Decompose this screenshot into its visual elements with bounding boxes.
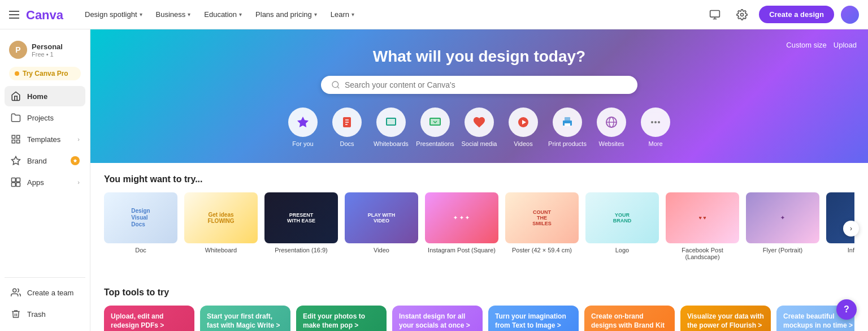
sidebar-item-create-team[interactable]: Create a team bbox=[5, 282, 85, 303]
help-button[interactable]: ? bbox=[836, 299, 857, 320]
tool-card-magic[interactable]: Start your first draft, fast with Magic … bbox=[200, 306, 290, 331]
tool-pdf-title: Upload, edit and redesign PDFs > bbox=[111, 312, 188, 330]
svg-point-31 bbox=[658, 121, 660, 123]
template-label-infographic: Infographic bbox=[826, 247, 854, 253]
nav-design-spotlight[interactable]: Design spotlight ▾ bbox=[79, 7, 148, 22]
tool-flourish-title: Visualize your data with the power of Fl… bbox=[687, 312, 764, 330]
hero-top-links: Custom size Upload bbox=[786, 41, 857, 49]
nav-plans-pricing[interactable]: Plans and pricing ▾ bbox=[250, 7, 323, 22]
nav-learn[interactable]: Learn ▾ bbox=[325, 7, 360, 22]
templates-icon bbox=[10, 134, 21, 145]
nav-education[interactable]: Education ▾ bbox=[198, 7, 248, 22]
hero-search-bar bbox=[321, 76, 637, 94]
tool-photo-title: Edit your photos to make them pop > bbox=[303, 312, 380, 330]
try-pro-button[interactable]: Try Canva Pro bbox=[9, 67, 81, 80]
category-social-media[interactable]: Social media bbox=[459, 108, 499, 147]
create-design-button[interactable]: Create a design bbox=[759, 6, 834, 23]
tool-brand-title: Create on-brand designs with Brand Kit > bbox=[591, 312, 668, 331]
svg-rect-9 bbox=[12, 183, 16, 187]
scroll-right-arrow[interactable]: › bbox=[843, 221, 859, 237]
hero-banner: Custom size Upload What will you design … bbox=[90, 29, 868, 163]
category-websites-label: Websites bbox=[598, 140, 624, 147]
sidebar-item-apps-label: Apps bbox=[27, 178, 72, 187]
template-card-doc[interactable]: DesignVisualDocs Doc bbox=[104, 192, 177, 260]
category-print-products[interactable]: Print products bbox=[548, 108, 587, 147]
template-label-instagram: Instagram Post (Square) bbox=[425, 247, 498, 253]
template-card-video[interactable]: PLAY WITHVIDEO Video bbox=[345, 192, 418, 260]
tool-card-brand[interactable]: Create on-brand designs with Brand Kit > bbox=[584, 306, 675, 331]
main-layout: P Personal Free • 1 Try Canva Pro Home P… bbox=[0, 29, 868, 331]
category-whiteboards[interactable]: Whiteboards bbox=[371, 108, 411, 147]
sidebar-item-templates-label: Templates bbox=[27, 135, 72, 144]
nav-links: Design spotlight ▾ Business ▾ Education … bbox=[79, 7, 705, 22]
svg-rect-7 bbox=[12, 178, 16, 182]
tool-card-pdf[interactable]: Upload, edit and redesign PDFs > bbox=[104, 306, 194, 331]
settings-icon-btn[interactable] bbox=[732, 5, 752, 25]
svg-rect-24 bbox=[565, 123, 570, 126]
svg-rect-6 bbox=[17, 140, 20, 143]
template-card-whiteboard[interactable]: Get ideasFLOWING Whiteboard bbox=[184, 192, 258, 260]
template-card-poster[interactable]: COUNTTHESMILES Poster (42 × 59.4 cm) bbox=[505, 192, 579, 260]
sidebar-item-trash-label: Trash bbox=[27, 310, 80, 319]
sidebar-item-templates[interactable]: Templates › bbox=[5, 129, 85, 149]
template-card-instagram[interactable]: ✦ ✦ ✦ Instagram Post (Square) bbox=[425, 192, 498, 260]
user-avatar[interactable] bbox=[841, 6, 859, 24]
canva-logo[interactable]: Canva bbox=[26, 7, 66, 23]
template-card-facebook[interactable]: ♥ ♥ Facebook Post (Landscape) bbox=[666, 192, 739, 260]
try-section: You might want to try... DesignVisualDoc… bbox=[90, 163, 868, 276]
category-videos[interactable]: Videos bbox=[504, 108, 543, 147]
tool-card-photo[interactable]: Edit your photos to make them pop > bbox=[296, 306, 387, 331]
display-icon-btn[interactable] bbox=[705, 5, 725, 25]
tools-grid: Upload, edit and redesign PDFs > Start y… bbox=[104, 306, 854, 331]
sidebar-item-brand[interactable]: Brand bbox=[5, 151, 85, 171]
hero-search-input[interactable] bbox=[345, 80, 627, 89]
sidebar-item-brand-label: Brand bbox=[27, 157, 65, 165]
upload-link[interactable]: Upload bbox=[834, 41, 857, 49]
sidebar-user-plan: Free • 1 bbox=[32, 51, 63, 58]
sidebar: P Personal Free • 1 Try Canva Pro Home P… bbox=[0, 29, 90, 331]
svg-rect-3 bbox=[12, 135, 15, 138]
sidebar-item-apps[interactable]: Apps › bbox=[5, 172, 85, 192]
category-more[interactable]: More bbox=[636, 108, 675, 147]
svg-rect-8 bbox=[16, 178, 20, 182]
apps-icon bbox=[10, 177, 21, 188]
category-presentations[interactable]: Presentations bbox=[415, 108, 455, 147]
tool-card-text-image[interactable]: Turn your imagination from Text to Image… bbox=[488, 306, 579, 331]
category-videos-label: Videos bbox=[514, 140, 532, 147]
template-card-presentation[interactable]: PRESENTWITH EASE Presentation (16:9) bbox=[264, 192, 338, 260]
category-websites[interactable]: Websites bbox=[592, 108, 631, 147]
home-icon bbox=[10, 91, 21, 102]
category-for-you[interactable]: For you bbox=[283, 108, 323, 147]
search-icon bbox=[331, 80, 340, 89]
tool-card-social[interactable]: Instant design for all your socials at o… bbox=[392, 306, 483, 331]
custom-size-link[interactable]: Custom size bbox=[786, 41, 827, 49]
sidebar-item-trash[interactable]: Trash bbox=[5, 304, 85, 324]
template-card-flyer[interactable]: ✦ Flyer (Portrait) bbox=[746, 192, 819, 260]
brand-badge bbox=[71, 156, 80, 165]
chevron-icon: ▾ bbox=[140, 11, 142, 18]
hamburger-menu[interactable] bbox=[9, 11, 19, 19]
sidebar-item-home[interactable]: Home bbox=[5, 86, 85, 106]
template-label-presentation: Presentation (16:9) bbox=[264, 247, 338, 253]
chevron-icon: › bbox=[77, 179, 80, 186]
chevron-icon: ▾ bbox=[351, 11, 354, 18]
svg-point-2 bbox=[741, 13, 744, 16]
sidebar-user: P Personal Free • 1 bbox=[5, 36, 85, 63]
svg-point-12 bbox=[332, 81, 338, 88]
tools-section-title: Top tools to try bbox=[104, 287, 854, 298]
tool-card-flourish[interactable]: Visualize your data with the power of Fl… bbox=[680, 306, 771, 331]
chevron-icon: ▾ bbox=[239, 11, 242, 18]
category-row: For you Docs Whiteboards bbox=[113, 108, 845, 147]
svg-rect-4 bbox=[17, 135, 20, 138]
svg-rect-18 bbox=[387, 119, 395, 124]
category-whiteboards-label: Whiteboards bbox=[374, 140, 409, 147]
sidebar-item-projects[interactable]: Projects bbox=[5, 108, 85, 128]
chevron-icon: ▾ bbox=[188, 11, 190, 18]
try-section-title: You might want to try... bbox=[104, 174, 854, 184]
nav-business[interactable]: Business ▾ bbox=[150, 7, 197, 22]
category-docs-label: Docs bbox=[340, 140, 354, 147]
svg-point-30 bbox=[654, 121, 657, 123]
template-card-logo[interactable]: YOURBRAND Logo bbox=[585, 192, 659, 260]
category-docs[interactable]: Docs bbox=[327, 108, 367, 147]
template-label-flyer: Flyer (Portrait) bbox=[746, 247, 819, 253]
